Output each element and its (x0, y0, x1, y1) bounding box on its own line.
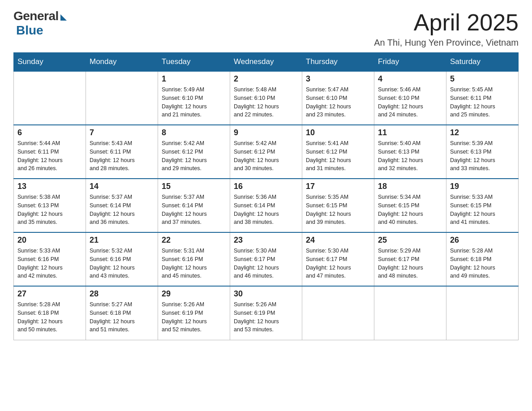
day-info: Sunrise: 5:44 AM Sunset: 6:11 PM Dayligh… (17, 139, 82, 173)
day-info: Sunrise: 5:34 AM Sunset: 6:15 PM Dayligh… (378, 193, 442, 227)
calendar-header-tuesday: Tuesday (158, 53, 230, 72)
calendar-cell: 27Sunrise: 5:28 AM Sunset: 6:18 PM Dayli… (14, 286, 86, 340)
day-number: 4 (378, 74, 442, 84)
day-info: Sunrise: 5:26 AM Sunset: 6:19 PM Dayligh… (234, 300, 298, 334)
calendar-cell (14, 71, 86, 125)
day-number: 11 (378, 128, 442, 137)
calendar-cell: 29Sunrise: 5:26 AM Sunset: 6:19 PM Dayli… (158, 286, 230, 340)
main-title: April 2025 (374, 9, 519, 36)
day-number: 22 (162, 235, 226, 245)
day-info: Sunrise: 5:37 AM Sunset: 6:14 PM Dayligh… (162, 193, 226, 227)
logo: General Blue (13, 9, 67, 38)
calendar-cell: 5Sunrise: 5:45 AM Sunset: 6:11 PM Daylig… (446, 71, 519, 125)
day-number: 27 (17, 289, 82, 299)
calendar-cell (86, 71, 158, 125)
calendar-cell: 26Sunrise: 5:28 AM Sunset: 6:18 PM Dayli… (446, 232, 519, 286)
day-number: 25 (378, 235, 442, 245)
calendar-week-2: 6Sunrise: 5:44 AM Sunset: 6:11 PM Daylig… (14, 125, 519, 179)
calendar-cell: 24Sunrise: 5:30 AM Sunset: 6:17 PM Dayli… (302, 232, 374, 286)
calendar-cell: 30Sunrise: 5:26 AM Sunset: 6:19 PM Dayli… (230, 286, 302, 340)
day-info: Sunrise: 5:49 AM Sunset: 6:10 PM Dayligh… (162, 86, 226, 119)
day-info: Sunrise: 5:28 AM Sunset: 6:18 PM Dayligh… (17, 300, 82, 334)
day-info: Sunrise: 5:32 AM Sunset: 6:16 PM Dayligh… (90, 247, 154, 280)
calendar-cell: 19Sunrise: 5:33 AM Sunset: 6:15 PM Dayli… (446, 179, 519, 232)
calendar-week-4: 20Sunrise: 5:33 AM Sunset: 6:16 PM Dayli… (14, 232, 519, 286)
day-info: Sunrise: 5:33 AM Sunset: 6:16 PM Dayligh… (17, 247, 82, 280)
day-info: Sunrise: 5:26 AM Sunset: 6:19 PM Dayligh… (162, 300, 226, 334)
day-info: Sunrise: 5:48 AM Sunset: 6:10 PM Dayligh… (234, 86, 298, 119)
day-info: Sunrise: 5:43 AM Sunset: 6:11 PM Dayligh… (90, 139, 154, 173)
day-number: 8 (162, 128, 226, 137)
calendar-header-sunday: Sunday (14, 53, 86, 72)
day-info: Sunrise: 5:31 AM Sunset: 6:16 PM Dayligh… (162, 247, 226, 280)
day-info: Sunrise: 5:42 AM Sunset: 6:12 PM Dayligh… (162, 139, 226, 173)
logo-blue-text: Blue (16, 23, 43, 38)
day-number: 18 (378, 182, 442, 191)
day-number: 23 (234, 235, 298, 245)
day-info: Sunrise: 5:47 AM Sunset: 6:10 PM Dayligh… (306, 86, 370, 119)
day-info: Sunrise: 5:33 AM Sunset: 6:15 PM Dayligh… (450, 193, 515, 227)
day-info: Sunrise: 5:29 AM Sunset: 6:17 PM Dayligh… (378, 247, 442, 280)
calendar-cell: 4Sunrise: 5:46 AM Sunset: 6:10 PM Daylig… (374, 71, 446, 125)
page-header: General Blue April 2025 An Thi, Hung Yen… (13, 9, 519, 48)
day-number: 2 (234, 74, 298, 84)
day-number: 21 (90, 235, 154, 245)
day-info: Sunrise: 5:39 AM Sunset: 6:13 PM Dayligh… (450, 139, 515, 173)
calendar-header-monday: Monday (86, 53, 158, 72)
calendar-cell: 7Sunrise: 5:43 AM Sunset: 6:11 PM Daylig… (86, 125, 158, 179)
calendar-cell: 11Sunrise: 5:40 AM Sunset: 6:13 PM Dayli… (374, 125, 446, 179)
day-info: Sunrise: 5:42 AM Sunset: 6:12 PM Dayligh… (234, 139, 298, 173)
calendar-week-1: 1Sunrise: 5:49 AM Sunset: 6:10 PM Daylig… (14, 71, 519, 125)
calendar-cell: 23Sunrise: 5:30 AM Sunset: 6:17 PM Dayli… (230, 232, 302, 286)
calendar-cell (302, 286, 374, 340)
calendar-cell: 14Sunrise: 5:37 AM Sunset: 6:14 PM Dayli… (86, 179, 158, 232)
day-number: 9 (234, 128, 298, 137)
calendar-header-thursday: Thursday (302, 53, 374, 72)
day-info: Sunrise: 5:40 AM Sunset: 6:13 PM Dayligh… (378, 139, 442, 173)
calendar-cell (374, 286, 446, 340)
calendar-cell: 9Sunrise: 5:42 AM Sunset: 6:12 PM Daylig… (230, 125, 302, 179)
day-number: 10 (306, 128, 370, 137)
calendar-cell: 6Sunrise: 5:44 AM Sunset: 6:11 PM Daylig… (14, 125, 86, 179)
day-info: Sunrise: 5:38 AM Sunset: 6:13 PM Dayligh… (17, 193, 82, 227)
calendar-week-3: 13Sunrise: 5:38 AM Sunset: 6:13 PM Dayli… (14, 179, 519, 232)
calendar-cell: 1Sunrise: 5:49 AM Sunset: 6:10 PM Daylig… (158, 71, 230, 125)
calendar-table: SundayMondayTuesdayWednesdayThursdayFrid… (13, 52, 519, 340)
day-number: 24 (306, 235, 370, 245)
day-info: Sunrise: 5:36 AM Sunset: 6:14 PM Dayligh… (234, 193, 298, 227)
day-number: 20 (17, 235, 82, 245)
day-number: 28 (90, 289, 154, 299)
calendar-cell: 25Sunrise: 5:29 AM Sunset: 6:17 PM Dayli… (374, 232, 446, 286)
day-number: 14 (90, 182, 154, 191)
calendar-header-saturday: Saturday (446, 53, 519, 72)
day-info: Sunrise: 5:27 AM Sunset: 6:18 PM Dayligh… (90, 300, 154, 334)
day-number: 30 (234, 289, 298, 299)
day-info: Sunrise: 5:28 AM Sunset: 6:18 PM Dayligh… (450, 247, 515, 280)
day-info: Sunrise: 5:30 AM Sunset: 6:17 PM Dayligh… (306, 247, 370, 280)
calendar-cell: 20Sunrise: 5:33 AM Sunset: 6:16 PM Dayli… (14, 232, 86, 286)
calendar-header-friday: Friday (374, 53, 446, 72)
day-number: 7 (90, 128, 154, 137)
calendar-cell: 28Sunrise: 5:27 AM Sunset: 6:18 PM Dayli… (86, 286, 158, 340)
day-number: 12 (450, 128, 515, 137)
day-number: 26 (450, 235, 515, 245)
day-number: 1 (162, 74, 226, 84)
day-number: 13 (17, 182, 82, 191)
calendar-header-wednesday: Wednesday (230, 53, 302, 72)
calendar-cell: 22Sunrise: 5:31 AM Sunset: 6:16 PM Dayli… (158, 232, 230, 286)
logo-general-text: General (13, 9, 59, 23)
day-info: Sunrise: 5:45 AM Sunset: 6:11 PM Dayligh… (450, 86, 515, 119)
calendar-cell (446, 286, 519, 340)
day-number: 5 (450, 74, 515, 84)
calendar-cell: 10Sunrise: 5:41 AM Sunset: 6:12 PM Dayli… (302, 125, 374, 179)
day-number: 17 (306, 182, 370, 191)
day-info: Sunrise: 5:35 AM Sunset: 6:15 PM Dayligh… (306, 193, 370, 227)
logo-arrow-icon (60, 14, 67, 21)
day-info: Sunrise: 5:41 AM Sunset: 6:12 PM Dayligh… (306, 139, 370, 173)
subtitle: An Thi, Hung Yen Province, Vietnam (374, 38, 519, 48)
calendar-cell: 3Sunrise: 5:47 AM Sunset: 6:10 PM Daylig… (302, 71, 374, 125)
calendar-cell: 13Sunrise: 5:38 AM Sunset: 6:13 PM Dayli… (14, 179, 86, 232)
calendar-cell: 21Sunrise: 5:32 AM Sunset: 6:16 PM Dayli… (86, 232, 158, 286)
title-area: April 2025 An Thi, Hung Yen Province, Vi… (374, 9, 519, 48)
calendar-cell: 16Sunrise: 5:36 AM Sunset: 6:14 PM Dayli… (230, 179, 302, 232)
